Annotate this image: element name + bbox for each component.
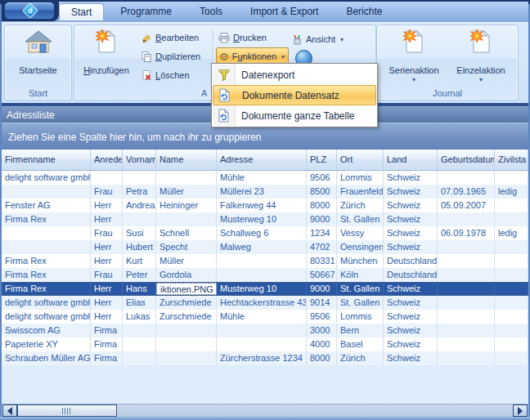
ansicht-button[interactable]: Ansicht ▾	[289, 30, 373, 48]
table-cell[interactable]: Firma Rex	[2, 212, 91, 226]
column-header[interactable]: Geburtsdatum	[438, 150, 495, 170]
table-cell[interactable]	[438, 240, 495, 254]
table-cell[interactable]: delight software gmbh	[2, 296, 91, 310]
table-cell[interactable]: Heininger	[156, 199, 217, 212]
table-cell[interactable]	[123, 324, 156, 337]
table-cell[interactable]	[123, 171, 156, 185]
table-row[interactable]: FrauPetraMüllerMüllerei 238500Frauenfeld…	[2, 185, 528, 199]
column-header[interactable]: Name	[156, 150, 217, 170]
table-cell[interactable]: 8000	[307, 351, 337, 365]
table-cell[interactable]: St. Gallen	[337, 283, 384, 295]
table-cell[interactable]	[495, 171, 528, 185]
duplizieren-button[interactable]: Duplizieren	[138, 47, 218, 65]
table-cell[interactable]	[123, 337, 156, 351]
table-cell[interactable]: Herr	[91, 283, 123, 295]
menu-item-datenexport[interactable]: Datenexport	[213, 65, 376, 85]
einzelaktion-button[interactable]: Einzelaktion ▾	[449, 28, 513, 87]
table-cell[interactable]: 9506	[307, 171, 337, 185]
table-cell[interactable]	[438, 351, 495, 365]
table-cell[interactable]: delight software gmbh	[2, 310, 91, 324]
table-cell[interactable]: Musterweg 10	[217, 283, 307, 295]
table-cell[interactable]: Vessy	[337, 226, 384, 240]
table-row[interactable]: Fenster AGHerrAndreaHeiningerFalkenweg 4…	[2, 199, 528, 212]
table-cell[interactable]: Elias	[123, 296, 156, 310]
table-cell[interactable]	[217, 337, 307, 351]
table-cell[interactable]	[438, 310, 495, 324]
table-cell[interactable]: 06.09.1978	[438, 226, 495, 240]
table-cell[interactable]: Frau	[91, 268, 123, 282]
table-cell[interactable]	[495, 337, 528, 351]
column-header[interactable]: Anrede	[91, 150, 123, 170]
table-cell[interactable]: Musterweg 10	[217, 212, 307, 226]
table-cell[interactable]	[495, 283, 528, 295]
table-cell[interactable]	[2, 185, 91, 199]
table-cell[interactable]: Mühle	[217, 171, 307, 185]
table-cell[interactable]: Susi	[123, 226, 156, 240]
table-cell[interactable]: Hans	[123, 283, 156, 295]
table-cell[interactable]	[495, 199, 528, 212]
table-cell[interactable]: Müllerei 23	[217, 185, 307, 199]
table-cell[interactable]: Zurschmiede	[156, 296, 217, 310]
table-cell[interactable]: Firma Rex	[2, 283, 91, 295]
table-cell[interactable]: Schallweg 6	[217, 226, 307, 240]
table-cell[interactable]: Frau	[91, 226, 123, 240]
menu-item-dokumente-ganze-tabelle[interactable]: Dokumente ganze Tabelle	[213, 105, 376, 126]
tab-tools[interactable]: Tools	[188, 3, 234, 20]
table-cell[interactable]: Basel	[337, 337, 384, 351]
table-row[interactable]: Swisscom AGFirma3000BernSchweiz	[2, 324, 528, 337]
table-cell[interactable]: Herr	[91, 199, 123, 212]
table-cell[interactable]: Schrauben Müller AG	[2, 351, 91, 365]
table-row[interactable]: Firma RexHerrHansiktionen.PNGMusterweg 1…	[2, 282, 528, 296]
table-cell[interactable]: 8000	[307, 199, 337, 212]
table-cell[interactable]	[495, 310, 528, 324]
column-header[interactable]: PLZ	[307, 150, 337, 170]
column-header[interactable]: Ort	[337, 150, 384, 170]
table-cell[interactable]: Schweiz	[384, 226, 438, 240]
table-cell[interactable]: Schweiz	[384, 324, 438, 337]
table-cell[interactable]: Firma	[91, 324, 123, 337]
table-row[interactable]: delight software gmbhMühle9506LommisSchw…	[2, 171, 528, 185]
table-cell[interactable]: 4000	[307, 337, 337, 351]
column-header[interactable]: Vorname	[123, 150, 156, 170]
table-cell[interactable]	[438, 254, 495, 268]
table-cell[interactable]: Lommis	[337, 310, 384, 324]
table-cell[interactable]: Schweiz	[384, 283, 438, 295]
table-cell[interactable]: Schweiz	[384, 171, 438, 185]
table-cell[interactable]: Gordola	[156, 268, 217, 282]
scrollbar-thumb[interactable]	[17, 404, 117, 417]
loeschen-button[interactable]: Löschen	[138, 66, 218, 84]
tab-start[interactable]: Start	[59, 3, 104, 20]
table-cell[interactable]: Lommis	[337, 171, 384, 185]
table-row[interactable]: Firma RexHerrMusterweg 109000St. GallenS…	[2, 212, 528, 226]
column-header[interactable]: Adresse	[217, 150, 307, 170]
table-cell[interactable]: Schweiz	[384, 351, 438, 365]
table-cell[interactable]	[2, 240, 91, 254]
table-cell[interactable]	[438, 324, 495, 337]
table-cell[interactable]: iktionen.PNG	[156, 283, 217, 295]
tab-programme[interactable]: Programme	[109, 3, 183, 20]
table-cell[interactable]: Hubert	[123, 240, 156, 254]
table-cell[interactable]	[495, 240, 528, 254]
table-cell[interactable]	[156, 171, 217, 185]
table-cell[interactable]	[495, 212, 528, 226]
tab-import-export[interactable]: Import & Export	[239, 3, 330, 20]
table-cell[interactable]	[438, 283, 495, 295]
table-cell[interactable]: Herr	[91, 240, 123, 254]
table-cell[interactable]: Herr	[91, 212, 123, 226]
table-cell[interactable]: Zürcherstrasse 1234	[217, 351, 307, 365]
table-cell[interactable]: Firma Rex	[2, 268, 91, 282]
column-header[interactable]: Land	[384, 150, 438, 170]
table-cell[interactable]: Müller	[156, 254, 217, 268]
table-cell[interactable]: Swisscom AG	[2, 324, 91, 337]
table-cell[interactable]	[123, 212, 156, 226]
table-cell[interactable]: Schweiz	[384, 337, 438, 351]
table-cell[interactable]	[91, 171, 123, 185]
table-cell[interactable]: Oensingen	[337, 240, 384, 254]
table-cell[interactable]: Deutschland	[384, 268, 438, 282]
table-cell[interactable]	[438, 337, 495, 351]
table-cell[interactable]	[123, 351, 156, 365]
table-row[interactable]: Firma RexFrauPeterGordola50667KölnDeutsc…	[2, 268, 528, 282]
table-cell[interactable]: Lukas	[123, 310, 156, 324]
table-cell[interactable]: Hechtackerstrasse 43	[217, 296, 307, 310]
table-cell[interactable]: 9506	[307, 310, 337, 324]
